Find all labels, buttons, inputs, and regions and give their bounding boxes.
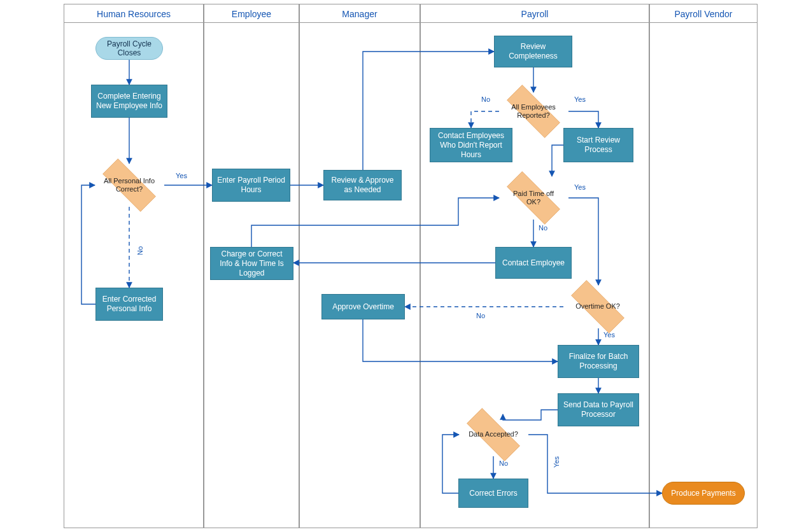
lane-body-vendor [649,23,758,528]
process-start-review: Start Review Process [563,128,633,162]
decision-all-personal: All Personal Info Correct? [95,164,164,207]
edge-label-yes: Yes [176,172,187,179]
edge-label-yes: Yes [603,331,615,339]
lane-header-vendor: Payroll Vendor [649,4,758,23]
edge-label-no: No [136,246,144,255]
edge-label-yes: Yes [574,183,586,191]
process-enter-hours: Enter Payroll Period Hours [212,169,290,202]
process-send-data: Send Data to Payroll Processor [558,393,639,426]
lane-header-payroll: Payroll [420,4,649,23]
terminator-produce: Produce Payments [662,482,745,505]
decision-data-accepted: Data Accepted? [459,413,528,456]
process-finalize: Finalize for Batch Processing [558,345,639,378]
swimlane-flowchart: Human Resources Employee Manager Payroll… [0,0,811,532]
lane-header-employee: Employee [204,4,299,23]
process-approve-overtime: Approve Overtime [321,294,405,319]
process-contact-noreport: Contact Employees Who Didn't Report Hour… [430,128,512,162]
decision-pto-ok: Paid Time off OK? [499,176,568,220]
lane-header-hr: Human Resources [64,4,204,23]
process-enter-corrected: Enter Corrected Personal Info [95,288,163,321]
lane-body-manager [299,23,420,528]
edge-label-no: No [481,95,490,103]
process-contact-employee: Contact Employee [495,247,572,279]
edge-label-no: No [539,224,547,232]
decision-label: Paid Time off OK? [499,176,568,220]
edge-label-yes: Yes [553,456,560,468]
decision-label: All Personal Info Correct? [95,164,164,207]
decision-all-reported: All Employees Reported? [499,90,568,133]
decision-overtime-ok: Overtime OK? [563,285,632,328]
lane-header-manager: Manager [299,4,420,23]
process-review-approve: Review & Approve as Needed [323,170,402,200]
decision-label: All Employees Reported? [499,90,568,133]
decision-label: Data Accepted? [459,413,528,456]
terminator-start: Payroll Cycle Closes [95,37,163,60]
edge-label-no: No [476,312,485,319]
edge-label-yes: Yes [574,95,586,103]
process-correct-errors: Correct Errors [458,479,528,508]
process-complete-info: Complete Entering New Employee Info [91,85,167,118]
decision-label: Overtime OK? [563,285,632,328]
process-review-completeness: Review Completeness [494,36,572,67]
process-charge-correct: Charge or Correct Info & How Time Is Log… [210,247,293,280]
edge-label-no: No [499,459,508,467]
